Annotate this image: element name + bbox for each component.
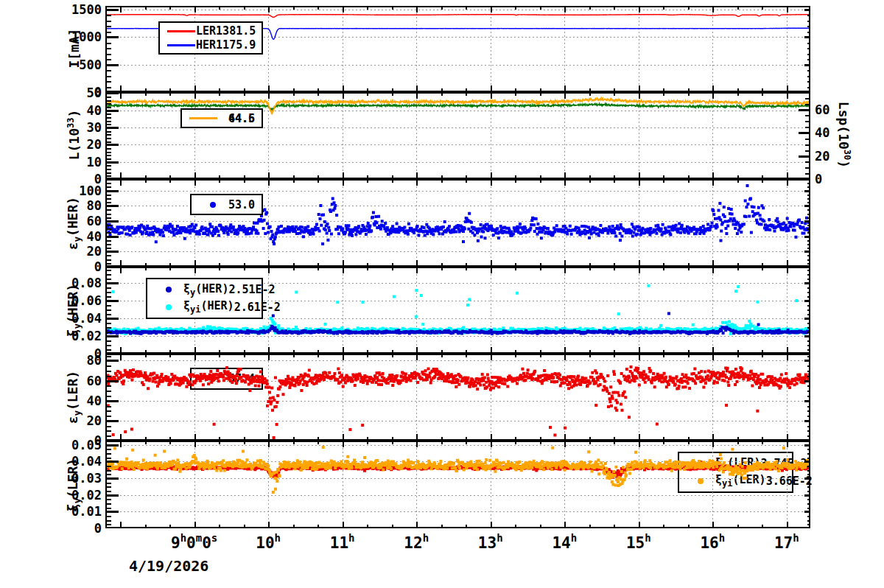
legend-emittance-ler: 57.4 bbox=[190, 368, 263, 390]
y-axis-tick-label: 40 bbox=[0, 229, 102, 244]
y-axis-title-xi-ler: ξy(LER) bbox=[65, 404, 83, 566]
y-axis-tick-label: 0.02 bbox=[0, 329, 102, 343]
y-axis-tick-label: 0 bbox=[0, 521, 102, 536]
y-axis-tick-label: 30 bbox=[0, 120, 102, 135]
y-axis-tick-label: 0.05 bbox=[0, 438, 102, 452]
y-axis-tick-label: 40 bbox=[0, 393, 102, 408]
legend-value: 2.51E-2 bbox=[228, 283, 275, 296]
y-axis-tick-label: 0.04 bbox=[0, 311, 102, 326]
dot-swatch bbox=[698, 478, 704, 484]
y-axis-tick-label: 60 bbox=[0, 374, 102, 388]
legend-value: 2.61E-2 bbox=[234, 301, 281, 314]
dot-swatch bbox=[210, 376, 216, 382]
y-axis-tick-label: 0.02 bbox=[0, 488, 102, 503]
x-axis-date-label: 4/19/2026 bbox=[129, 557, 208, 575]
legend-row: HER1175.9 bbox=[166, 38, 255, 52]
legend-value: 1381.5 bbox=[216, 24, 256, 38]
dot-swatch bbox=[166, 304, 172, 310]
panel-luminosity-canvas bbox=[105, 92, 810, 179]
legend-dot-sample bbox=[198, 376, 228, 382]
y-axis-tick-label: 0 bbox=[0, 259, 102, 274]
legend-row: ξy(HER)2.51E-2 bbox=[154, 282, 255, 298]
legend-beam-current: LER1381.5HER1175.9 bbox=[158, 21, 263, 55]
legend-row: LER1381.5 bbox=[166, 24, 255, 38]
legend-value: 57.4 bbox=[228, 372, 255, 385]
panel-emittance-her-canvas bbox=[105, 179, 810, 267]
y-axis-tick-label: 100 bbox=[0, 183, 102, 198]
legend-value: 1175.9 bbox=[216, 38, 256, 52]
legend-label: ξy(HER) bbox=[183, 282, 228, 298]
dot-swatch bbox=[698, 461, 704, 466]
y-axis-tick-label: 0.04 bbox=[0, 454, 102, 469]
dot-swatch bbox=[210, 202, 216, 208]
y-axis-tick-label: 20 bbox=[0, 413, 102, 428]
dot-swatch bbox=[166, 287, 172, 293]
y-axis-tick-label: 20 bbox=[0, 244, 102, 259]
legend-label: HER bbox=[196, 38, 216, 52]
y-axis-tick-label: 0.03 bbox=[0, 471, 102, 486]
y-axis-tick-label: 80 bbox=[0, 198, 102, 213]
line-swatch bbox=[189, 117, 217, 119]
legend-row: 53.0 bbox=[198, 198, 255, 211]
x-axis-tick-label: 17h bbox=[724, 532, 849, 552]
legend-row: 64.644.5 bbox=[189, 112, 255, 125]
y-axis-tick-label: 20 bbox=[0, 137, 102, 152]
legend-dot-sample bbox=[686, 461, 715, 466]
legend-dot-sample bbox=[154, 287, 183, 293]
y-axis-tick-label: 500 bbox=[0, 57, 102, 72]
legend-label: LER bbox=[196, 24, 216, 38]
legend-line-sample bbox=[166, 44, 196, 46]
legend-dot-sample bbox=[198, 202, 228, 208]
legend-label: ξy(LER) bbox=[715, 456, 760, 472]
legend-label: ξyi(LER) bbox=[715, 473, 766, 489]
legend-line-sample bbox=[189, 117, 218, 119]
legend-dot-sample bbox=[154, 304, 183, 310]
accelerator-monitor-chart: 0500100015000204060010203040500204060801… bbox=[0, 0, 884, 588]
y-axis-tick-label: 0.06 bbox=[0, 293, 102, 308]
line-swatch bbox=[167, 30, 195, 32]
y-axis-tick-label: 60 bbox=[0, 214, 102, 228]
legend-row: ξy(LER)3.74E-2 bbox=[686, 456, 785, 472]
legend-label: ξyi(HER) bbox=[183, 299, 234, 315]
y-axis-tick-label: 40 bbox=[0, 103, 102, 118]
y-axis-tick-label: 0.01 bbox=[0, 504, 102, 519]
y-axis-tick-label: 1000 bbox=[0, 29, 102, 44]
legend-xi-her: ξy(HER)2.51E-2ξyi(HER)2.61E-2 bbox=[146, 278, 263, 319]
legend-dot-sample bbox=[686, 478, 715, 484]
legend-value: 44.5 bbox=[228, 112, 255, 125]
legend-value: 3.66E-2 bbox=[766, 475, 813, 488]
legend-value: 53.0 bbox=[228, 198, 255, 211]
legend-value: 3.74E-2 bbox=[760, 457, 807, 470]
y-axis-tick-label: 80 bbox=[0, 353, 102, 368]
legend-emittance-her: 53.0 bbox=[190, 194, 263, 215]
y-axis-tick-label: 0.08 bbox=[0, 276, 102, 290]
y-axis-tick-label: 1500 bbox=[0, 2, 102, 17]
legend-xi-ler: ξy(LER)3.74E-2ξyi(LER)3.66E-2 bbox=[678, 452, 793, 493]
legend-row: 57.4 bbox=[198, 372, 255, 385]
y-axis-title-right: Lsp(1030) bbox=[836, 54, 852, 216]
legend-overlap-values: 64.644.5 bbox=[220, 112, 255, 125]
line-swatch bbox=[167, 44, 195, 46]
legend-row: ξyi(LER)3.66E-2 bbox=[686, 473, 785, 489]
legend-line-sample bbox=[166, 30, 196, 32]
y-axis-tick-label: 50 bbox=[0, 85, 102, 100]
y-axis-tick-label: 10 bbox=[0, 155, 102, 169]
legend-row: ξyi(HER)2.61E-2 bbox=[154, 299, 255, 315]
legend-luminosity: 64.644.5 bbox=[180, 108, 263, 128]
panel-emittance-ler-canvas bbox=[105, 354, 810, 441]
